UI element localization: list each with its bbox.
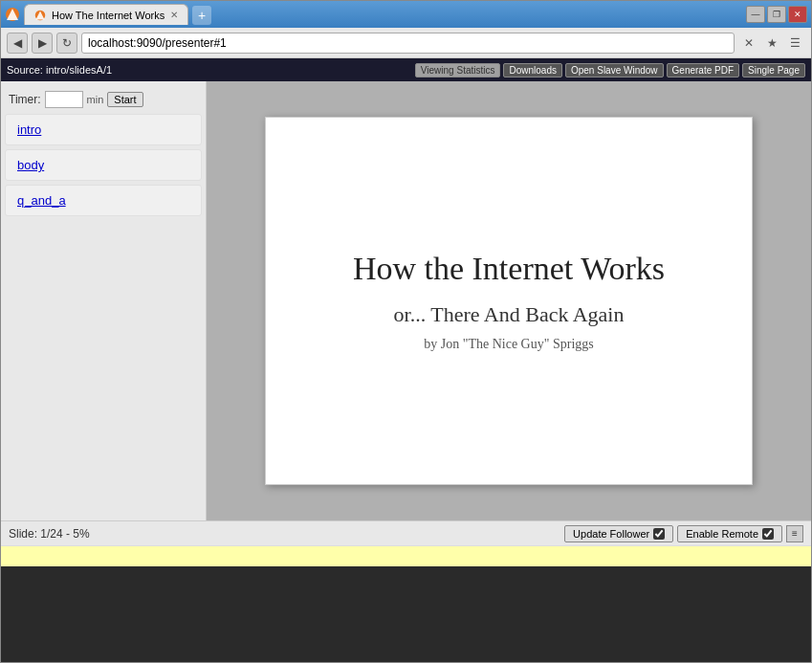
- dark-footer: [1, 566, 811, 662]
- tab-label: How The Internet Works: [52, 10, 165, 21]
- scroll-button[interactable]: ≡: [786, 525, 803, 542]
- menu-button[interactable]: ☰: [784, 33, 805, 54]
- restore-button[interactable]: ❐: [767, 6, 786, 23]
- address-bar[interactable]: [81, 33, 735, 54]
- enable-remote-checkbox[interactable]: [762, 528, 774, 540]
- sidebar-item-qanda[interactable]: q_and_a: [5, 185, 202, 216]
- sidebar-item-body[interactable]: body: [5, 149, 202, 181]
- tab-bar: How The Internet Works ✕ +: [24, 4, 742, 25]
- generate-pdf-button[interactable]: Generate PDF: [667, 63, 739, 77]
- slide-frame: How the Internet Works or... There And B…: [265, 117, 753, 485]
- downloads-button[interactable]: Downloads: [503, 63, 561, 77]
- timer-row: Timer: min Start: [1, 87, 206, 112]
- bookmark-button[interactable]: ★: [761, 33, 782, 54]
- sidebar-item-intro[interactable]: intro: [5, 114, 202, 145]
- slide-title: How the Internet Works: [353, 251, 665, 287]
- minimize-button[interactable]: —: [746, 6, 765, 23]
- update-follower-button[interactable]: Update Follower: [564, 525, 673, 542]
- tab-close-button[interactable]: ✕: [170, 10, 178, 20]
- status-controls: Update Follower Enable Remote ≡: [564, 525, 803, 542]
- timer-unit: min: [87, 94, 104, 105]
- timer-input[interactable]: [45, 91, 83, 108]
- slide-subtitle: or... There And Back Again: [394, 302, 625, 327]
- slide-area: How the Internet Works or... There And B…: [207, 81, 811, 520]
- enable-remote-button[interactable]: Enable Remote: [677, 525, 782, 542]
- app-toolbar: Source: intro/slidesA/1 Viewing Statisti…: [1, 58, 811, 81]
- sidebar: Timer: min Start intro body q_and_a: [1, 81, 207, 520]
- close-button[interactable]: ✕: [788, 6, 807, 23]
- browser-icon: [5, 7, 20, 22]
- toolbar-buttons: Viewing Statistics Downloads Open Slave …: [415, 63, 805, 77]
- slide-author: by Jon "The Nice Guy" Spriggs: [424, 337, 593, 352]
- timer-label: Timer:: [9, 93, 41, 106]
- reload-button[interactable]: ↻: [56, 33, 77, 54]
- tab-favicon: [34, 10, 46, 21]
- window-controls: — ❐ ✕: [746, 6, 807, 23]
- status-bar: Slide: 1/24 - 5% Update Follower Enable …: [1, 520, 811, 545]
- single-page-button[interactable]: Single Page: [742, 63, 805, 77]
- viewing-statistics-button[interactable]: Viewing Statistics: [415, 63, 501, 77]
- open-slave-window-button[interactable]: Open Slave Window: [565, 63, 664, 77]
- start-button[interactable]: Start: [107, 92, 143, 107]
- slide-info: Slide: 1/24 - 5%: [9, 527, 564, 541]
- source-label: Source: intro/slidesA/1: [7, 64, 112, 76]
- title-bar: How The Internet Works ✕ + — ❐ ✕: [1, 1, 811, 28]
- active-tab[interactable]: How The Internet Works ✕: [24, 4, 188, 25]
- content-row: Timer: min Start intro body q_and_a How …: [1, 81, 811, 520]
- new-tab-button[interactable]: +: [192, 6, 211, 25]
- bottom-yellow-bar: [1, 545, 811, 566]
- clear-button[interactable]: ✕: [738, 33, 759, 54]
- back-button[interactable]: ◀: [7, 33, 28, 54]
- forward-button[interactable]: ▶: [32, 33, 53, 54]
- nav-icons: ✕ ★ ☰: [738, 33, 805, 54]
- main-area: Timer: min Start intro body q_and_a How …: [1, 81, 811, 662]
- update-follower-checkbox[interactable]: [653, 528, 665, 540]
- nav-bar: ◀ ▶ ↻ ✕ ★ ☰: [1, 28, 811, 58]
